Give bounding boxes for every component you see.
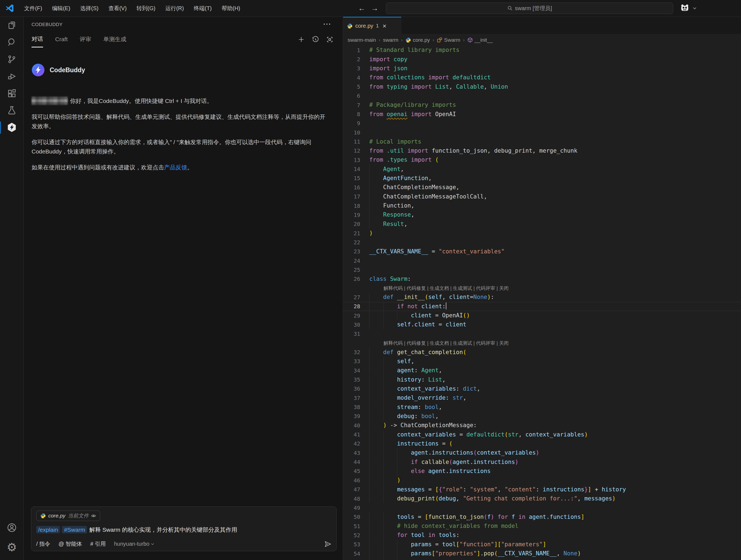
breadcrumb-item[interactable]: Swarm xyxy=(437,37,460,43)
breadcrumb-item[interactable]: __init__ xyxy=(468,37,493,43)
code-line[interactable]: 43 agent.instructions(context_variables) xyxy=(343,448,741,457)
code-line[interactable]: 46 ) xyxy=(343,476,741,485)
menu-item[interactable]: 转到(G) xyxy=(133,3,159,14)
code-line[interactable]: 2import copy xyxy=(343,55,741,64)
code-line[interactable]: 8from openai import OpenAI xyxy=(343,110,741,119)
code-line[interactable]: 34 agent: Agent, xyxy=(343,366,741,375)
tab-core-py[interactable]: core.py 1 × xyxy=(343,17,401,34)
context-file-chip[interactable]: core.py 当前文件 xyxy=(36,511,100,521)
menu-item[interactable]: 选择(S) xyxy=(76,3,102,14)
code-line[interactable]: 16 ChatCompletionMessage, xyxy=(343,183,741,192)
code-line[interactable]: 1# Standard library imports xyxy=(343,46,741,55)
codelens-row[interactable]: 解释代码 | 代码修复 | 生成文档 | 生成测试 | 代码评审 | 关闭 xyxy=(343,338,741,348)
breadcrumb-item[interactable]: swarm xyxy=(383,37,398,43)
account-button[interactable] xyxy=(0,518,23,538)
code-line[interactable]: 29 client = OpenAI() xyxy=(343,311,741,320)
code-line[interactable]: 33 self, xyxy=(343,357,741,366)
code-line[interactable]: 20 Result, xyxy=(343,220,741,229)
send-button[interactable] xyxy=(324,541,331,548)
code-line[interactable]: 7# Package/library imports xyxy=(343,101,741,110)
command-center-search[interactable]: swarm [管理员] xyxy=(386,2,673,14)
settings-button[interactable]: ⚙ xyxy=(0,538,23,557)
code-editor[interactable]: 1# Standard library imports2import copy3… xyxy=(343,46,741,560)
code-line[interactable]: 17 ChatCompletionMessageToolCall, xyxy=(343,192,741,201)
code-line[interactable]: 37 model_override: str, xyxy=(343,393,741,402)
chat-input-container[interactable]: core.py 当前文件 /explain#Swarm解释 Swarm 的核心实… xyxy=(31,506,337,551)
input-action[interactable]: / 指令 xyxy=(36,540,50,548)
menu-item[interactable]: 运行(R) xyxy=(161,3,188,14)
screenshot-icon[interactable] xyxy=(326,36,333,43)
reference-token[interactable]: #Swarm xyxy=(62,526,87,534)
chevron-down-icon[interactable] xyxy=(692,6,697,10)
code-line[interactable]: 55 if __CTX_VARS_NAME__ in params["requi… xyxy=(343,558,741,560)
code-line[interactable]: 18 Function, xyxy=(343,201,741,210)
code-line[interactable]: 22 xyxy=(343,238,741,247)
assistant-avatar-icon[interactable] xyxy=(680,4,690,13)
code-line[interactable]: 19 Response, xyxy=(343,210,741,219)
breadcrumb-item[interactable]: swarm-main xyxy=(348,37,376,43)
code-line[interactable]: 13from .types import ( xyxy=(343,155,741,165)
sidebar-item-search[interactable] xyxy=(0,34,23,51)
code-line[interactable]: 10 xyxy=(343,128,741,137)
code-line[interactable]: 50 tools = [function_to_json(f) for f in… xyxy=(343,512,741,521)
code-line[interactable]: 42 instructions = ( xyxy=(343,439,741,448)
panel-tab-单测生成[interactable]: 单测生成 xyxy=(104,36,127,47)
code-line[interactable]: 54 params["properties"].pop(__CTX_VARS_N… xyxy=(343,549,741,558)
model-selector[interactable]: hunyuan-turbo xyxy=(114,541,154,547)
sidebar-item-codebuddy[interactable] xyxy=(0,119,23,136)
eye-icon[interactable] xyxy=(91,514,96,518)
code-line[interactable]: 32 def get_chat_completion( xyxy=(343,348,741,357)
sidebar-item-run-debug[interactable] xyxy=(0,68,23,85)
code-line[interactable]: 35 history: List, xyxy=(343,375,741,384)
code-line[interactable]: 9 xyxy=(343,119,741,128)
history-icon[interactable] xyxy=(312,36,319,43)
chat-input[interactable]: /explain#Swarm解释 Swarm 的核心实现，并分析其中的关键部分及… xyxy=(36,526,331,534)
code-line[interactable]: 31 xyxy=(343,329,741,338)
command-token[interactable]: /explain xyxy=(36,526,60,534)
code-line[interactable]: 5from typing import List, Callable, Unio… xyxy=(343,82,741,91)
code-line[interactable]: 11# Local imports xyxy=(343,137,741,146)
code-line[interactable]: 3import json xyxy=(343,64,741,73)
close-icon[interactable]: × xyxy=(383,22,387,30)
codelens-actions[interactable]: 解释代码 | 代码修复 | 生成文档 | 生成测试 | 代码评审 | 关闭 xyxy=(369,340,509,346)
codelens-row[interactable]: 解释代码 | 代码修复 | 生成文档 | 生成测试 | 代码评审 | 关闭 xyxy=(343,284,741,293)
add-icon[interactable] xyxy=(298,36,305,43)
code-line[interactable]: 52 for tool in tools: xyxy=(343,531,741,540)
code-line[interactable]: 6 xyxy=(343,91,741,101)
code-line[interactable]: 21) xyxy=(343,229,741,238)
menu-item[interactable]: 终端(T) xyxy=(190,3,216,14)
code-line[interactable]: 36 context_variables: dict, xyxy=(343,384,741,393)
more-actions-icon[interactable]: ⋯ xyxy=(323,19,332,28)
code-line[interactable]: 41 context_variables = defaultdict(str, … xyxy=(343,430,741,439)
back-arrow-icon[interactable]: ← xyxy=(358,4,365,13)
code-line[interactable]: 26class Swarm: xyxy=(343,274,741,284)
input-action[interactable]: @ 智能体 xyxy=(58,540,82,548)
sidebar-item-source-control[interactable] xyxy=(0,51,23,68)
menu-item[interactable]: 编辑(E) xyxy=(48,3,74,14)
code-line[interactable]: 15 AgentFunction, xyxy=(343,174,741,183)
sidebar-item-explorer[interactable] xyxy=(0,17,23,34)
code-line[interactable]: 44 if callable(agent.instructions) xyxy=(343,457,741,466)
code-line[interactable]: 49 xyxy=(343,503,741,512)
code-line[interactable]: 28 if not client: xyxy=(343,302,741,311)
sidebar-item-testing[interactable] xyxy=(0,102,23,119)
menu-item[interactable]: 文件(F) xyxy=(20,3,46,14)
code-line[interactable]: 39 debug: bool, xyxy=(343,412,741,421)
code-line[interactable]: 51 # hide context_variables from model xyxy=(343,521,741,531)
code-line[interactable]: 25 xyxy=(343,265,741,274)
code-line[interactable]: 40 ) -> ChatCompletionMessage: xyxy=(343,421,741,430)
code-line[interactable]: 14 Agent, xyxy=(343,165,741,174)
code-line[interactable]: 38 stream: bool, xyxy=(343,402,741,412)
sidebar-item-extensions[interactable] xyxy=(0,85,23,102)
code-line[interactable]: 53 params = tool["function"]["parameters… xyxy=(343,540,741,549)
panel-tab-评审[interactable]: 评审 xyxy=(80,36,91,47)
code-line[interactable]: 4from collections import defaultdict xyxy=(343,73,741,82)
code-line[interactable]: 12from .util import function_to_json, de… xyxy=(343,146,741,155)
panel-tab-对话[interactable]: 对话 xyxy=(31,35,43,48)
code-line[interactable]: 47 messages = [{"role": "system", "conte… xyxy=(343,485,741,494)
code-line[interactable]: 23__CTX_VARS_NAME__ = "context_variables… xyxy=(343,247,741,256)
codelens-actions[interactable]: 解释代码 | 代码修复 | 生成文档 | 生成测试 | 代码评审 | 关闭 xyxy=(369,286,509,291)
forward-arrow-icon[interactable]: → xyxy=(371,4,378,13)
menu-item[interactable]: 帮助(H) xyxy=(218,3,244,14)
panel-tab-Craft[interactable]: Craft xyxy=(55,36,68,46)
